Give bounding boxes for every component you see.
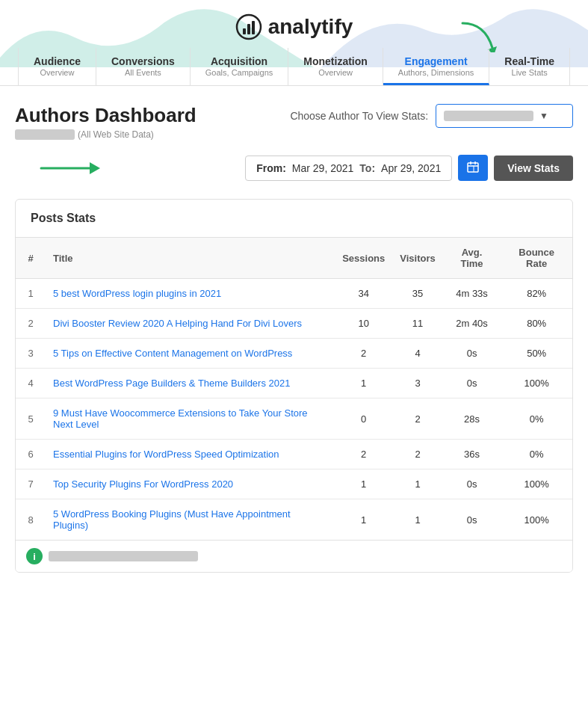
table-body: 1 5 best WordPress login plugins in 2021… bbox=[16, 279, 572, 541]
cell-visitors: 1 bbox=[392, 470, 442, 499]
main-content: Authors Dashboard (All Web Site Data) Ch… bbox=[0, 86, 588, 588]
cell-num: 6 bbox=[16, 440, 46, 470]
nav-tabs: Audience Overview Conversions All Events… bbox=[0, 48, 588, 85]
post-link[interactable]: Best WordPress Page Builders & Theme Bui… bbox=[53, 378, 290, 389]
cell-avg-time: 28s bbox=[443, 398, 501, 440]
cell-visitors: 4 bbox=[392, 339, 442, 369]
svg-rect-3 bbox=[252, 21, 255, 34]
footer-author-text bbox=[49, 551, 198, 561]
footer-info: i bbox=[16, 540, 572, 572]
cell-bounce-rate: 82% bbox=[501, 279, 572, 309]
cell-bounce-rate: 50% bbox=[501, 339, 572, 369]
cell-bounce-rate: 100% bbox=[501, 470, 572, 499]
table-row: 4 Best WordPress Page Builders & Theme B… bbox=[16, 369, 572, 398]
cell-sessions: 2 bbox=[335, 339, 392, 369]
author-name-blurred bbox=[15, 129, 75, 140]
svg-marker-5 bbox=[90, 162, 100, 174]
cell-visitors: 35 bbox=[392, 279, 442, 309]
analytify-logo-icon bbox=[235, 13, 262, 40]
cell-bounce-rate: 100% bbox=[501, 499, 572, 541]
table-row: 3 5 Tips on Effective Content Management… bbox=[16, 339, 572, 369]
cell-visitors: 1 bbox=[392, 499, 442, 541]
cell-avg-time: 0s bbox=[443, 369, 501, 398]
post-link[interactable]: 5 WordPress Booking Plugins (Must Have A… bbox=[53, 508, 291, 531]
post-link[interactable]: Divi Booster Review 2020 A Helping Hand … bbox=[53, 318, 302, 329]
from-value: Mar 29, 2021 bbox=[292, 162, 354, 174]
date-range-input[interactable]: From: Mar 29, 2021 To: Apr 29, 2021 bbox=[245, 156, 452, 181]
date-range-row: From: Mar 29, 2021 To: Apr 29, 2021 View… bbox=[15, 155, 573, 181]
cell-title: Best WordPress Page Builders & Theme Bui… bbox=[46, 369, 335, 398]
cell-title: 5 Tips on Effective Content Management o… bbox=[46, 339, 335, 369]
cell-sessions: 1 bbox=[335, 499, 392, 541]
cell-sessions: 2 bbox=[335, 440, 392, 470]
cell-bounce-rate: 0% bbox=[501, 440, 572, 470]
author-select-area: Choose Author To View Stats: ▼ bbox=[290, 104, 573, 128]
post-link[interactable]: Essential Plugins for WordPress Speed Op… bbox=[53, 449, 279, 460]
author-select-label: Choose Author To View Stats: bbox=[290, 110, 428, 122]
table-row: 6 Essential Plugins for WordPress Speed … bbox=[16, 440, 572, 470]
cell-sessions: 0 bbox=[335, 398, 392, 440]
post-link[interactable]: 5 Tips on Effective Content Management o… bbox=[53, 348, 292, 359]
author-dropdown-value bbox=[444, 111, 533, 121]
cell-bounce-rate: 0% bbox=[501, 398, 572, 440]
cell-title: Top Security Plugins For WordPress 2020 bbox=[46, 470, 335, 499]
tab-monetization[interactable]: Monetization Overview bbox=[288, 48, 383, 85]
to-value: Apr 29, 2021 bbox=[381, 162, 441, 174]
cell-visitors: 11 bbox=[392, 309, 442, 339]
cell-title: 5 best WordPress login plugins in 2021 bbox=[46, 279, 335, 309]
date-arrow-indicator bbox=[37, 155, 112, 182]
view-stats-button[interactable]: View Stats bbox=[494, 156, 573, 181]
svg-rect-2 bbox=[247, 24, 250, 34]
posts-stats-table: # Title Sessions Visitors Avg. Time Boun… bbox=[16, 238, 572, 540]
table-header: # Title Sessions Visitors Avg. Time Boun… bbox=[16, 238, 572, 279]
col-header-avg-time: Avg. Time bbox=[443, 238, 501, 279]
dashboard-subtitle: (All Web Site Data) bbox=[15, 129, 196, 140]
cell-bounce-rate: 80% bbox=[501, 309, 572, 339]
post-link[interactable]: 9 Must Have Woocommerce Extensions to Ta… bbox=[53, 407, 308, 430]
cell-avg-time: 36s bbox=[443, 440, 501, 470]
table-row: 8 5 WordPress Booking Plugins (Must Have… bbox=[16, 499, 572, 541]
page-title: Authors Dashboard bbox=[15, 104, 196, 127]
svg-rect-1 bbox=[243, 28, 246, 34]
cell-visitors: 2 bbox=[392, 398, 442, 440]
table-row: 1 5 best WordPress login plugins in 2021… bbox=[16, 279, 572, 309]
cell-sessions: 1 bbox=[335, 369, 392, 398]
cell-title: Essential Plugins for WordPress Speed Op… bbox=[46, 440, 335, 470]
tab-engagement[interactable]: Engagement Authors, Dimensions bbox=[383, 48, 490, 85]
col-header-num: # bbox=[16, 238, 46, 279]
col-header-visitors: Visitors bbox=[392, 238, 442, 279]
calendar-button[interactable] bbox=[458, 155, 488, 181]
cell-bounce-rate: 100% bbox=[501, 369, 572, 398]
chevron-down-icon: ▼ bbox=[539, 111, 548, 121]
posts-stats-card: Posts Stats # Title Sessions Visitors Av… bbox=[15, 199, 573, 573]
table-row: 2 Divi Booster Review 2020 A Helping Han… bbox=[16, 309, 572, 339]
cell-num: 5 bbox=[16, 398, 46, 440]
col-header-sessions: Sessions bbox=[335, 238, 392, 279]
cell-avg-time: 0s bbox=[443, 470, 501, 499]
tab-realtime[interactable]: Real-Time Live Stats bbox=[489, 48, 570, 85]
from-label: From: bbox=[256, 162, 286, 174]
cell-title: 9 Must Have Woocommerce Extensions to Ta… bbox=[46, 398, 335, 440]
tab-acquisition[interactable]: Acquisition Goals, Campaigns bbox=[191, 48, 289, 85]
cell-avg-time: 0s bbox=[443, 339, 501, 369]
svg-rect-6 bbox=[468, 163, 478, 172]
calendar-icon bbox=[467, 161, 479, 173]
cell-num: 1 bbox=[16, 279, 46, 309]
post-link[interactable]: Top Security Plugins For WordPress 2020 bbox=[53, 478, 233, 490]
info-icon: i bbox=[26, 548, 43, 564]
author-dropdown[interactable]: ▼ bbox=[436, 104, 573, 128]
col-header-title: Title bbox=[46, 238, 335, 279]
cell-visitors: 2 bbox=[392, 440, 442, 470]
cell-title: 5 WordPress Booking Plugins (Must Have A… bbox=[46, 499, 335, 541]
cell-sessions: 1 bbox=[335, 470, 392, 499]
post-link[interactable]: 5 best WordPress login plugins in 2021 bbox=[53, 288, 221, 299]
cell-num: 2 bbox=[16, 309, 46, 339]
tab-audience[interactable]: Audience Overview bbox=[18, 48, 96, 85]
col-header-bounce-rate: Bounce Rate bbox=[501, 238, 572, 279]
dashboard-title-area: Authors Dashboard (All Web Site Data) bbox=[15, 104, 196, 140]
cell-avg-time: 2m 40s bbox=[443, 309, 501, 339]
cell-num: 4 bbox=[16, 369, 46, 398]
logo-text: analytify bbox=[268, 15, 353, 39]
cell-num: 7 bbox=[16, 470, 46, 499]
tab-conversions[interactable]: Conversions All Events bbox=[96, 48, 191, 85]
